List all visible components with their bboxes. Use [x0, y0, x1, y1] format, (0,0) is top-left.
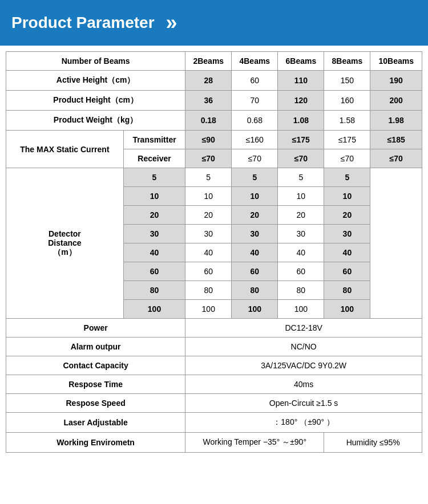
- detector-d3-col4: 30: [324, 225, 370, 243]
- product-weight-label: Product Weight（kg）: [6, 111, 185, 131]
- detector-d3-col1: 30: [185, 225, 232, 243]
- detector-d4-col1: 40: [185, 243, 232, 262]
- detector-d1-col0: 10: [123, 187, 185, 206]
- product-weight-10: 1.98: [370, 111, 422, 131]
- detector-d1-col4: 10: [324, 187, 370, 206]
- beams-4: 4Beams: [232, 52, 278, 71]
- detector-d2-col4: 20: [324, 206, 370, 225]
- detector-d4-col3: 40: [278, 243, 324, 262]
- respose-speed-label: Respose Speed: [6, 394, 185, 413]
- beams-10: 10Beams: [370, 52, 422, 71]
- product-height-10: 200: [370, 91, 422, 111]
- power-row: Power DC12-18V: [6, 319, 422, 338]
- detector-d1-col3: 10: [278, 187, 324, 206]
- detector-d5-col0: 60: [123, 262, 185, 281]
- receiver-4: ≤70: [232, 149, 278, 168]
- respose-time-value: 40ms: [185, 375, 422, 394]
- detector-label: DetectorDistance（m）: [6, 168, 124, 319]
- detector-d2-col0: 20: [123, 206, 185, 225]
- product-weight-4: 0.68: [232, 111, 278, 131]
- product-height-4: 70: [232, 91, 278, 111]
- transmitter-10: ≤185: [370, 131, 422, 149]
- detector-d4-col4: 40: [324, 243, 370, 262]
- detector-d5-col2: 60: [232, 262, 278, 281]
- detector-d6-col2: 80: [232, 281, 278, 300]
- detector-d6-col1: 80: [185, 281, 232, 300]
- laser-value: ：180° （±90° ）: [185, 413, 422, 433]
- working-label: Working Envirometn: [6, 433, 185, 453]
- detector-d3-col2: 30: [232, 225, 278, 243]
- active-height-10: 190: [370, 71, 422, 91]
- power-value: DC12-18V: [185, 319, 422, 338]
- detector-d7-col1: 100: [185, 300, 232, 319]
- product-height-8: 160: [324, 91, 370, 111]
- header-chevron: »: [166, 11, 173, 35]
- active-height-row: Active Height（cm） 28 60 110 150 190: [6, 71, 422, 91]
- respose-time-label: Respose Time: [6, 375, 185, 394]
- beams-6: 6Beams: [278, 52, 324, 71]
- laser-row: Laser Adjustable ：180° （±90° ）: [6, 413, 422, 433]
- beams-label: Number of Beams: [6, 52, 185, 71]
- product-parameter-table: Number of Beams 2Beams 4Beams 6Beams 8Be…: [6, 51, 422, 453]
- active-height-6: 110: [278, 71, 324, 91]
- detector-d0-col1: 5: [185, 168, 232, 187]
- detector-d4-col0: 40: [123, 243, 185, 262]
- detector-d2-col1: 20: [185, 206, 232, 225]
- receiver-6: ≤70: [278, 149, 324, 168]
- max-static-label: The MAX Static Current: [6, 131, 124, 168]
- detector-d5-col4: 60: [324, 262, 370, 281]
- detector-d0-col0: 5: [123, 168, 185, 187]
- beams-8: 8Beams: [324, 52, 370, 71]
- active-height-2: 28: [185, 71, 232, 91]
- transmitter-4: ≤160: [232, 131, 278, 149]
- detector-d5-col1: 60: [185, 262, 232, 281]
- working-row: Working Envirometn Working Temper −35° ～…: [6, 433, 422, 453]
- active-height-8: 150: [324, 71, 370, 91]
- product-height-row: Product Height（cm） 36 70 120 160 200: [6, 91, 422, 111]
- detector-d6-col4: 80: [324, 281, 370, 300]
- detector-d2-col3: 20: [278, 206, 324, 225]
- detector-d3-col3: 30: [278, 225, 324, 243]
- detector-d6-col3: 80: [278, 281, 324, 300]
- detector-d1-col2: 10: [232, 187, 278, 206]
- working-value2: Humidity ≤95%: [324, 433, 422, 453]
- detector-d7-col0: 100: [123, 300, 185, 319]
- active-height-label: Active Height（cm）: [6, 71, 185, 91]
- transmitter-row: The MAX Static Current Transmitter ≤90 ≤…: [6, 131, 422, 149]
- detector-d3-col0: 30: [123, 225, 185, 243]
- transmitter-8: ≤175: [324, 131, 370, 149]
- respose-speed-value: Open-Circuit ≥1.5 s: [185, 394, 422, 413]
- detector-d6-col0: 80: [123, 281, 185, 300]
- detector-d7-col3: 100: [278, 300, 324, 319]
- detector-d5-col3: 60: [278, 262, 324, 281]
- product-weight-8: 1.58: [324, 111, 370, 131]
- alarm-row: Alarm outpur NC/NO: [6, 338, 422, 356]
- detector-d7-col4: 100: [324, 300, 370, 319]
- product-weight-6: 1.08: [278, 111, 324, 131]
- working-value1: Working Temper −35° ～±90°: [185, 433, 324, 453]
- alarm-value: NC/NO: [185, 338, 422, 356]
- beams-header-row: Number of Beams 2Beams 4Beams 6Beams 8Be…: [6, 52, 422, 71]
- receiver-10: ≤70: [370, 149, 422, 168]
- active-height-4: 60: [232, 71, 278, 91]
- header: Product Parameter »: [0, 0, 428, 46]
- transmitter-label: Transmitter: [123, 131, 185, 149]
- laser-label: Laser Adjustable: [6, 413, 185, 433]
- detector-d7-col2: 100: [232, 300, 278, 319]
- transmitter-2: ≤90: [185, 131, 232, 149]
- alarm-label: Alarm outpur: [6, 338, 185, 356]
- receiver-2: ≤70: [185, 149, 232, 168]
- product-height-label: Product Height（cm）: [6, 91, 185, 111]
- product-weight-2: 0.18: [185, 111, 232, 131]
- detector-d2-col2: 20: [232, 206, 278, 225]
- detector-d0-col4: 5: [324, 168, 370, 187]
- receiver-label: Receiver: [123, 149, 185, 168]
- detector-d0-col2: 5: [232, 168, 278, 187]
- product-height-2: 36: [185, 91, 232, 111]
- detector-row-0: DetectorDistance（m） 5 5 5 5 5: [6, 168, 422, 187]
- respose-speed-row: Respose Speed Open-Circuit ≥1.5 s: [6, 394, 422, 413]
- contact-label: Contact Capacity: [6, 356, 185, 375]
- detector-d1-col1: 10: [185, 187, 232, 206]
- respose-time-row: Respose Time 40ms: [6, 375, 422, 394]
- contact-value: 3A/125VAC/DC 9Y0.2W: [185, 356, 422, 375]
